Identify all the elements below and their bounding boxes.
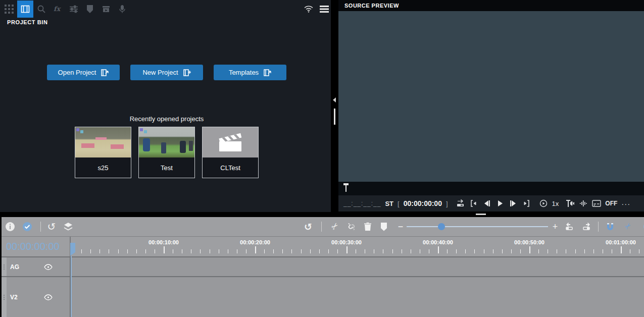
left-toolbar: fx bbox=[0, 0, 331, 18]
ruler-ticks[interactable]: 00:00:10:0000:00:20:0000:00:30:0000:00:4… bbox=[72, 237, 644, 256]
project-thumbnail bbox=[75, 127, 131, 157]
project-card-test[interactable]: Test bbox=[138, 127, 195, 178]
ruler-minor-tick bbox=[246, 249, 246, 253]
audio-waveform-icon[interactable] bbox=[579, 198, 588, 208]
ruler-minor-tick bbox=[420, 249, 420, 253]
track-ag-header[interactable]: AG bbox=[0, 257, 71, 276]
track-label: AG bbox=[10, 263, 19, 271]
new-project-button[interactable]: New Project bbox=[130, 65, 203, 80]
timeline-current-timecode[interactable]: 00:00:00:00 bbox=[0, 237, 71, 256]
clapperboard-icon bbox=[216, 131, 244, 153]
track-visibility-eye-icon[interactable] bbox=[44, 294, 53, 300]
templates-label: Templates bbox=[229, 69, 259, 76]
undo-icon[interactable]: ↺ bbox=[45, 221, 58, 233]
goto-out-icon[interactable] bbox=[522, 198, 531, 208]
layers-icon[interactable] bbox=[62, 221, 74, 233]
track-drag-handle[interactable] bbox=[2, 257, 7, 276]
timeline-toolbar: ↺ ↺ ✂ − + ✂ bbox=[0, 217, 644, 236]
ruler-minor-tick bbox=[548, 249, 548, 253]
scrub-playhead-marker[interactable] bbox=[343, 183, 349, 192]
vertical-resize-handle[interactable] bbox=[476, 214, 486, 215]
settings-sliders-icon[interactable] bbox=[66, 1, 82, 18]
search-icon[interactable] bbox=[33, 1, 49, 18]
ruler-minor-tick bbox=[155, 249, 155, 253]
project-name: Test bbox=[139, 157, 194, 178]
cut-scissors-icon[interactable]: ✂ bbox=[328, 221, 340, 233]
menu-hamburger-icon[interactable] bbox=[320, 6, 329, 13]
project-bin-tab-icon[interactable] bbox=[17, 1, 33, 18]
track-v2-content[interactable] bbox=[71, 277, 644, 317]
track-ag-content[interactable] bbox=[71, 257, 644, 276]
zoom-out-icon[interactable]: − bbox=[394, 221, 407, 233]
track-visibility-eye-icon[interactable] bbox=[44, 264, 53, 270]
templates-button[interactable]: Templates bbox=[214, 65, 286, 80]
ruler-minor-tick bbox=[200, 249, 201, 253]
razor-cut-icon[interactable]: ✂ bbox=[621, 221, 633, 233]
track-drag-handle[interactable] bbox=[2, 277, 7, 317]
ruler-major-tick bbox=[255, 246, 256, 253]
add-marker-icon[interactable] bbox=[378, 221, 390, 233]
insert-left-icon[interactable] bbox=[564, 221, 576, 233]
history-restore-icon[interactable]: ↺ bbox=[302, 221, 314, 233]
preview-viewport[interactable] bbox=[338, 11, 644, 182]
zoom-slider-thumb[interactable] bbox=[438, 223, 445, 230]
current-timecode[interactable]: 00:00:00:00 bbox=[404, 199, 442, 207]
project-bin-panel: fx PROJECT BIN Open Project bbox=[0, 0, 331, 212]
snap-magnet-icon[interactable] bbox=[604, 221, 616, 233]
source-timecode-placeholder[interactable]: __:__:__:__ bbox=[343, 200, 381, 207]
audio-scrub-mute-icon[interactable] bbox=[566, 198, 575, 208]
apps-grid-icon[interactable] bbox=[1, 1, 17, 18]
playback-speed-icon[interactable] bbox=[539, 198, 548, 208]
ruler-timecode-label: 00:00:10:00 bbox=[148, 239, 179, 245]
info-icon[interactable] bbox=[4, 221, 16, 233]
project-card-cltest[interactable]: CLTest bbox=[202, 127, 259, 178]
razor-glyph: ✂ bbox=[622, 221, 633, 232]
st-mode-label[interactable]: ST bbox=[385, 200, 393, 207]
microphone-icon[interactable] bbox=[114, 1, 130, 18]
ruler-minor-tick bbox=[173, 249, 173, 253]
out-bracket: ] bbox=[446, 200, 448, 207]
ruler-timecode-label: 00:00:20:00 bbox=[240, 239, 270, 245]
step-back-icon[interactable] bbox=[482, 198, 491, 208]
play-icon[interactable] bbox=[496, 198, 505, 208]
step-forward-icon[interactable] bbox=[509, 198, 518, 208]
goto-in-icon[interactable] bbox=[469, 198, 478, 208]
captions-icon[interactable] bbox=[592, 198, 601, 208]
overwrite-edit-icon[interactable] bbox=[456, 198, 465, 208]
collapse-left-icon[interactable] bbox=[333, 97, 336, 102]
project-card-s25[interactable]: s25 bbox=[75, 127, 131, 178]
captions-state-label[interactable]: OFF bbox=[605, 200, 617, 207]
unlink-icon[interactable] bbox=[345, 221, 358, 233]
toolbar-divider bbox=[40, 222, 41, 232]
panel-splitter[interactable] bbox=[331, 0, 338, 212]
recent-projects-heading: Recently opened projects bbox=[75, 115, 259, 123]
ruler-minor-tick bbox=[356, 249, 356, 253]
timeline-ruler: 00:00:00:00 00:00:10:0000:00:20:0000:00:… bbox=[0, 236, 644, 257]
left-toolbar-right bbox=[304, 0, 329, 18]
media-archive-icon[interactable] bbox=[98, 1, 114, 18]
ruler-minor-tick bbox=[219, 249, 219, 253]
splitter-handle[interactable] bbox=[334, 109, 335, 125]
ruler-minor-tick bbox=[145, 249, 146, 253]
new-project-label: New Project bbox=[142, 69, 178, 76]
partial-clipped-icon[interactable] bbox=[639, 221, 644, 233]
insert-right-icon[interactable] bbox=[580, 221, 592, 233]
toolbar-divider bbox=[598, 222, 599, 232]
wifi-icon[interactable] bbox=[304, 5, 314, 13]
effects-fx-icon[interactable]: fx bbox=[49, 1, 66, 18]
open-project-button[interactable]: Open Project bbox=[47, 65, 120, 80]
more-options-icon[interactable]: ··· bbox=[621, 199, 630, 208]
open-project-label: Open Project bbox=[58, 69, 96, 76]
marker-shield-icon[interactable] bbox=[82, 1, 98, 18]
preview-scrub-bar[interactable] bbox=[338, 182, 644, 195]
zoom-slider[interactable] bbox=[407, 226, 548, 227]
select-check-icon[interactable] bbox=[21, 221, 33, 233]
ruler-minor-tick bbox=[90, 249, 91, 253]
ruler-timecode-label: 00:00:50:00 bbox=[514, 239, 544, 245]
ruler-minor-tick bbox=[374, 249, 374, 253]
ruler-minor-tick bbox=[273, 249, 274, 253]
speed-label[interactable]: 1x bbox=[552, 200, 559, 207]
track-v2-header[interactable]: V2 bbox=[0, 277, 71, 317]
zoom-in-icon[interactable]: + bbox=[549, 221, 561, 233]
delete-trash-icon[interactable] bbox=[362, 221, 374, 233]
